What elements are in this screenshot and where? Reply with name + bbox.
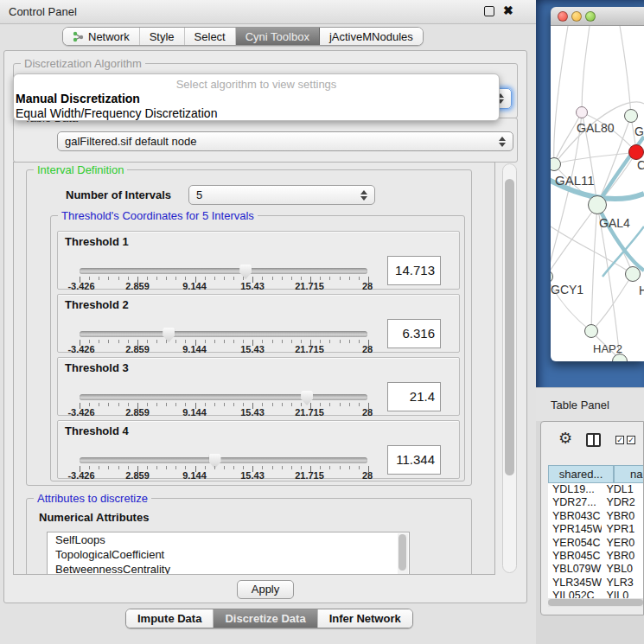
numerical-attributes-label: Numerical Attributes	[39, 511, 149, 524]
algorithm-option-equal-width[interactable]: Equal Width/Frequency Discretization	[16, 106, 217, 120]
network-view-window: GAL80 GA GAL11 C GAL4 GCY1 H HAP2	[551, 7, 644, 361]
tab-network[interactable]: Network	[63, 28, 140, 45]
column-header-shared[interactable]: shared...	[548, 465, 614, 483]
threshold-4-panel: Threshold 4 -3.426 2.859 9.144 15.43	[57, 420, 460, 479]
mac-close-button[interactable]	[558, 11, 568, 22]
tick-label: 15.43	[240, 281, 265, 291]
number-of-intervals-combobox[interactable]: 5	[188, 185, 375, 205]
tick-label: 21.715	[295, 281, 324, 291]
threshold-3-slider[interactable]	[80, 394, 367, 400]
threshold-4-slider[interactable]	[80, 457, 367, 463]
combo-arrows-icon	[499, 137, 506, 147]
settings-scrollbar-thumb[interactable]	[505, 179, 514, 475]
algorithm-placeholder-item[interactable]: Select algorithm to view settings	[14, 78, 499, 91]
threshold-2-value-field[interactable]: 6.316	[387, 319, 441, 348]
tab-jactivemnodules[interactable]: jActiveMNodules	[320, 28, 423, 45]
float-window-icon[interactable]	[484, 6, 494, 16]
checkbox-icon[interactable]: ✓	[615, 436, 624, 444]
gear-icon[interactable]: ⚙	[558, 429, 572, 448]
interval-definition-group: Interval Definition Number of Intervals …	[26, 169, 472, 486]
column-header-name[interactable]: na	[614, 465, 644, 483]
network-icon	[73, 31, 84, 42]
columns-icon[interactable]	[586, 433, 601, 447]
network-node-gal4[interactable]	[588, 195, 607, 214]
tab-impute-data[interactable]: Impute Data	[126, 609, 214, 628]
threshold-3-label: Threshold 3	[65, 361, 129, 374]
threshold-3-value-field[interactable]: 21.4	[387, 382, 441, 411]
table-row[interactable]: YDR27...YDR2	[548, 496, 644, 509]
table-panel: ⚙ ✓ ✓ shared... na YDL19...YDL1 YDR27...…	[540, 421, 644, 615]
tab-discretize-data[interactable]: Discretize Data	[214, 609, 317, 628]
slider-ticks	[80, 466, 368, 472]
close-icon[interactable]: ✖	[503, 3, 513, 17]
cyni-toolbox-content: Discretization Algorithm Select algorith…	[3, 50, 527, 603]
threshold-1-panel: Threshold 1 -3.426 2.859 9.144 15.43	[57, 231, 460, 290]
node-label-gcy1: GCY1	[551, 283, 583, 296]
mac-minimize-button[interactable]	[571, 11, 582, 22]
table-row[interactable]: YBR043CYBR0	[548, 510, 644, 523]
network-node-hap2[interactable]	[584, 324, 598, 338]
node-label-partial: H	[639, 284, 644, 297]
numerical-attributes-list: SelfLoops TopologicalCoefficient Between…	[47, 532, 410, 575]
tick-label: 21.715	[295, 470, 324, 481]
algorithm-option-manual[interactable]: Manual Discretization	[16, 92, 140, 105]
table-row[interactable]: YPR145WYPR1	[548, 523, 644, 536]
list-item[interactable]: TopologicalCoefficient	[48, 547, 409, 562]
table-row[interactable]: YDL19...YDL1	[548, 483, 644, 496]
table-panel-title: Table Panel	[551, 399, 609, 411]
slider-ticks	[80, 277, 368, 283]
table-row[interactable]: YBL079WYBL0	[548, 563, 644, 576]
network-node[interactable]	[625, 266, 641, 282]
threshold-2-slider[interactable]	[80, 331, 367, 337]
node-label-partial: C	[637, 158, 644, 172]
list-item[interactable]: SelfLoops	[48, 532, 409, 547]
network-node-gal80[interactable]	[576, 106, 588, 118]
tick-label: 2.859	[125, 281, 150, 291]
threshold-4-value-field[interactable]: 11.344	[387, 445, 441, 475]
discretization-algorithm-group-title: Discretization Algorithm	[21, 57, 145, 70]
threshold-1-slider[interactable]	[80, 268, 367, 274]
list-scrollbar[interactable]	[398, 533, 408, 575]
table-row[interactable]: YIL052CYIL0	[548, 590, 644, 598]
tick-label: 2.859	[125, 344, 150, 354]
table-data-group: Table Data galFiltered.sif default node	[13, 118, 518, 163]
tab-select[interactable]: Select	[185, 28, 236, 45]
threshold-3-panel: Threshold 3 -3.426 2.859 9.144 15.43	[57, 357, 460, 416]
tick-label: 15.43	[240, 470, 265, 481]
table-header-row: shared... na	[548, 465, 644, 483]
network-canvas[interactable]: GAL80 GA GAL11 C GAL4 GCY1 H HAP2	[551, 26, 644, 361]
tab-network-label: Network	[88, 30, 130, 43]
table-row[interactable]: YLR345WYLR3	[548, 577, 644, 590]
table-horizontal-scrollbar[interactable]	[548, 598, 644, 607]
checkbox-icon[interactable]: ✓	[627, 436, 635, 444]
tab-select-label: Select	[194, 30, 226, 43]
settings-viewport: Interval Definition Number of Intervals …	[13, 162, 495, 575]
table-row[interactable]: YBR045CYBR0	[548, 550, 644, 563]
tab-cyni-toolbox[interactable]: Cyni Toolbox	[236, 28, 320, 45]
interval-definition-group-title: Interval Definition	[34, 163, 127, 176]
threshold-1-value-field[interactable]: 14.713	[387, 256, 441, 285]
tick-label: 15.43	[240, 344, 265, 354]
list-item[interactable]: BetweennessCentrality	[48, 562, 409, 575]
network-node[interactable]	[624, 109, 638, 123]
tick-label: -3.426	[67, 407, 94, 418]
tick-label: 15.43	[240, 407, 265, 418]
table-rows: YDL19...YDL1 YDR27...YDR2 YBR043CYBR0 YP…	[548, 483, 644, 598]
mac-zoom-button[interactable]	[585, 11, 596, 22]
table-scrollbar-thumb[interactable]	[548, 599, 643, 606]
tick-label: 28	[362, 344, 373, 354]
control-panel: Control Panel ✖ Network Style Select Cyn…	[0, 0, 536, 644]
table-data-combobox[interactable]: galFiltered.sif default node	[57, 131, 513, 151]
tab-style[interactable]: Style	[140, 28, 185, 45]
tick-label: 9.144	[182, 470, 207, 481]
node-label-hap2: HAP2	[593, 342, 622, 355]
table-row[interactable]: YER054CYER0	[548, 537, 644, 550]
apply-button[interactable]: Apply	[237, 580, 294, 599]
threshold-1-label: Threshold 1	[65, 235, 129, 248]
settings-scrollbar[interactable]	[502, 163, 517, 573]
slider-ticks	[80, 403, 368, 409]
network-window-titlebar[interactable]	[551, 7, 644, 26]
tab-infer-network[interactable]: Infer Network	[318, 609, 412, 628]
tick-label: -3.426	[67, 281, 94, 291]
node-label-gal80: GAL80	[577, 121, 615, 135]
